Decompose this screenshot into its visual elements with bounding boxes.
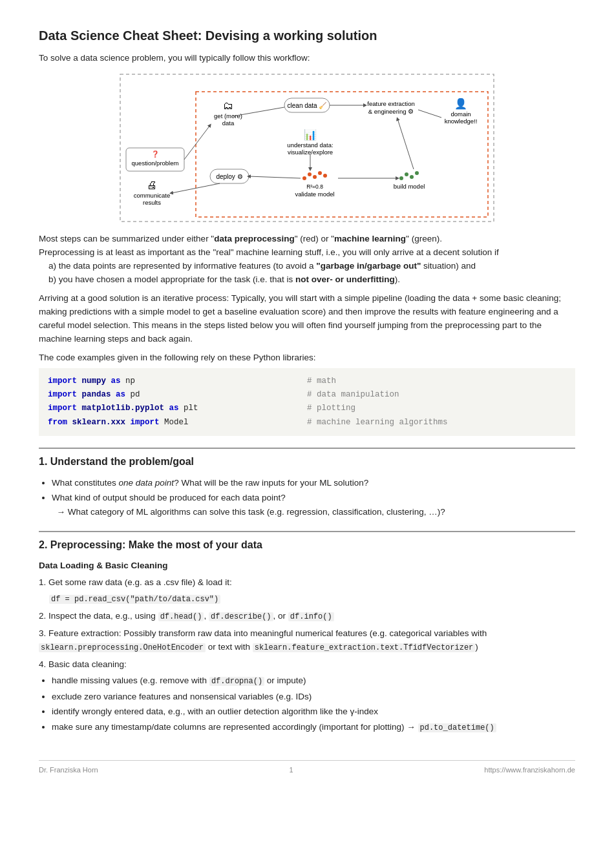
section2-heading: 2. Preprocessing: Make the most of your … — [39, 531, 575, 553]
pandas-name: pandas — [82, 390, 111, 399]
machine-learning-bold: machine learning — [334, 234, 406, 243]
svg-text:data: data — [222, 119, 235, 127]
import-keyword-4: import — [131, 418, 160, 427]
code-block: import numpy as np # math import pandas … — [39, 368, 575, 436]
numpy-name: numpy — [82, 377, 107, 386]
code-preamble: The code examples given in the following… — [39, 351, 575, 364]
workflow-svg: ❓ question/problem 🗂 get (more) data cle… — [120, 74, 494, 222]
svg-point-23 — [318, 171, 322, 175]
svg-text:knowledge!!: knowledge!! — [445, 118, 478, 125]
svg-line-38 — [418, 110, 441, 118]
svg-line-36 — [233, 107, 284, 116]
footer-center: 1 — [289, 765, 293, 776]
matplotlib-name: matplotlib.pyplot — [82, 404, 165, 413]
svg-text:domain: domain — [450, 110, 471, 118]
from-keyword: from — [48, 418, 67, 427]
svg-point-20 — [302, 176, 306, 180]
intro-text: To solve a data science problem, you wil… — [39, 52, 575, 65]
section1-bullet-list: What constitutes one data point? What wi… — [52, 476, 575, 519]
import-keyword-1: import — [48, 377, 77, 386]
svg-point-29 — [410, 175, 414, 179]
footer: Dr. Franziska Horn 1 https://www.franzis… — [39, 760, 575, 776]
svg-rect-1 — [196, 92, 488, 217]
workflow-diagram: ❓ question/problem 🗂 get (more) data cle… — [39, 74, 575, 222]
code-line-2-left: import pandas as pd — [48, 388, 307, 402]
svg-point-21 — [308, 172, 312, 176]
svg-point-24 — [323, 174, 327, 178]
import-keyword-3: import — [48, 404, 77, 413]
to-datetime-code: pd.to_datetime() — [418, 723, 496, 732]
code-comment-1: # math — [307, 375, 566, 388]
svg-point-30 — [415, 171, 419, 175]
code-line-3-left: import matplotlib.pyplot as plt — [48, 402, 307, 415]
svg-text:build model: build model — [394, 183, 425, 190]
item4-bullet-1: handle missing values (e.g. remove with … — [52, 674, 575, 688]
svg-text:🖨: 🖨 — [147, 180, 157, 191]
svg-line-43 — [397, 119, 414, 169]
item1-code: df = pd.read_csv("path/to/data.csv") — [49, 595, 220, 604]
code-line-4-left: from sklearn.xxx import Model — [48, 416, 307, 429]
section1-heading: 1. Understand the problem/goal — [39, 448, 575, 470]
item1-code-block: df = pd.read_csv("path/to/data.csv") — [49, 592, 575, 606]
svg-line-41 — [249, 176, 301, 178]
section2-subheading: Data Loading & Basic Cleaning — [39, 559, 575, 572]
item2-code1: df.head() — [158, 612, 204, 621]
item4-text: 4. Basic data cleaning: — [39, 658, 575, 672]
item3-code2: sklearn.feature_extraction.text.TfidfVec… — [253, 643, 475, 652]
section1-bullet-1: What constitutes one data point? What wi… — [52, 476, 575, 490]
item3-text: 3. Feature extraction: Possibly transfor… — [39, 627, 575, 654]
as-keyword-1: as — [111, 377, 121, 386]
footer-left: Dr. Franziska Horn — [39, 765, 98, 776]
code-comment-4: # machine learning algorithms — [307, 416, 566, 429]
svg-text:question/problem: question/problem — [132, 160, 179, 167]
svg-point-28 — [405, 172, 408, 176]
data-preprocessing-bold: data preprocessing — [214, 234, 295, 243]
code-comment-3: # plotting — [307, 402, 566, 415]
not-over-underfitting-bold: not over- or underfitting — [295, 274, 395, 284]
svg-text:R²=0.8: R²=0.8 — [306, 183, 323, 190]
item4-bullet-4: make sure any timestamp/date columns are… — [52, 720, 575, 734]
item4-bullet-list: handle missing values (e.g. remove with … — [52, 674, 575, 734]
section1-bullet-2: What kind of output should be produced f… — [52, 491, 575, 519]
svg-text:get (more): get (more) — [214, 112, 242, 119]
item2-code3: df.info() — [288, 612, 334, 621]
svg-line-35 — [184, 125, 210, 160]
svg-text:validate model: validate model — [295, 191, 334, 198]
svg-text:& engineering ⚙: & engineering ⚙ — [368, 108, 414, 115]
item2-text: 2. Inspect the data, e.g., using df.head… — [39, 610, 575, 623]
dropna-code: df.dropna() — [209, 677, 264, 686]
svg-text:❓: ❓ — [151, 150, 160, 158]
code-comment-2: # data manipulation — [307, 388, 566, 402]
svg-text:feature extraction: feature extraction — [367, 100, 414, 107]
iterative-paragraph: Arriving at a good solution is an iterat… — [39, 292, 575, 346]
as-keyword-3: as — [169, 404, 179, 413]
svg-text:communicate: communicate — [134, 192, 171, 199]
item4-bullet-3: identify wrongly entered data, e.g., wit… — [52, 705, 575, 719]
svg-text:🗂: 🗂 — [223, 100, 233, 111]
svg-text:clean data 🧹: clean data 🧹 — [288, 101, 328, 110]
svg-text:📊: 📊 — [304, 129, 317, 141]
svg-text:👤: 👤 — [454, 98, 467, 110]
code-line-1-left: import numpy as np — [48, 375, 307, 388]
svg-text:understand data:: understand data: — [287, 141, 333, 149]
svg-point-22 — [313, 175, 317, 179]
item3-code1: sklearn.preprocessing.OneHotEncoder — [39, 643, 206, 652]
svg-text:deploy ⚙: deploy ⚙ — [216, 173, 242, 180]
garbage-in-out-bold: "garbage in/garbage out" — [316, 261, 421, 271]
sklearn-name: sklearn.xxx — [72, 418, 126, 427]
item4-bullet-2: exclude zero variance features and nonse… — [52, 690, 575, 704]
as-keyword-2: as — [116, 390, 125, 399]
item2-code2: df.describe() — [209, 612, 273, 621]
import-keyword-2: import — [48, 390, 77, 399]
summary-paragraph-1: Most steps can be summarized under eithe… — [39, 232, 575, 287]
item1-text: 1. Get some raw data (e.g. as a .csv fil… — [39, 576, 575, 590]
svg-point-27 — [399, 176, 403, 180]
footer-right: https://www.franziskahorn.de — [484, 765, 575, 776]
page-title: Data Science Cheat Sheet: Devising a wor… — [39, 26, 575, 45]
svg-text:results: results — [143, 199, 161, 206]
